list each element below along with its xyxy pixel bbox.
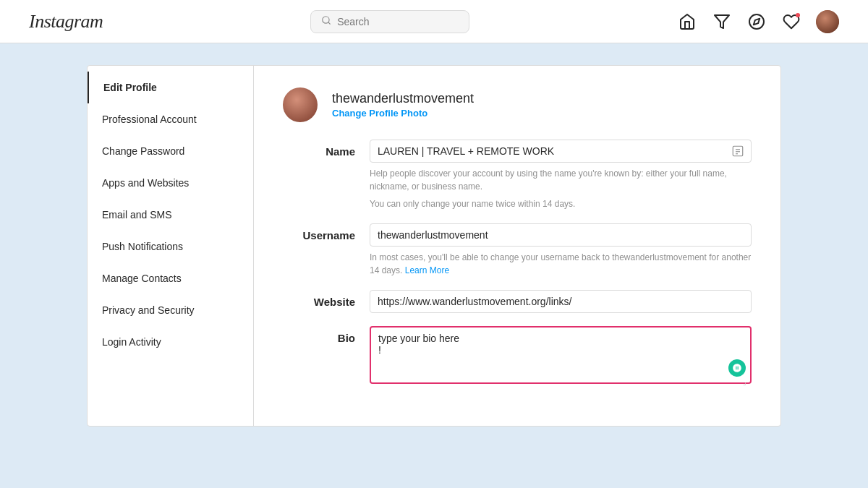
svg-marker-4 [754,18,760,24]
sidebar-item-push-notifications[interactable]: Push Notifications [88,231,253,262]
username-row: Username In most cases, you'll be able t… [283,223,752,277]
svg-point-3 [749,14,764,29]
bio-field-wrap: ⌟ [370,326,752,387]
threads-icon[interactable] [712,12,732,32]
name-hint-2: You can only change your name twice with… [370,197,752,210]
activity-icon[interactable] [781,12,801,32]
sidebar-item-apps-websites[interactable]: Apps and Websites [88,167,253,199]
edit-profile-content: thewanderlustmovement Change Profile Pho… [254,66,780,426]
search-bar[interactable] [310,10,469,33]
bio-textarea[interactable] [370,326,752,384]
username-label: Username [283,223,355,241]
username-input[interactable] [370,223,752,247]
svg-marker-2 [715,15,729,28]
website-label: Website [283,290,355,308]
sidebar-item-manage-contacts[interactable]: Manage Contacts [88,262,253,294]
grammarly-icon [728,359,746,377]
home-icon[interactable] [677,12,697,32]
instagram-logo: Instagram [29,11,103,33]
bio-wrap: ⌟ [370,326,752,387]
explore-icon[interactable] [746,12,767,32]
learn-more-link[interactable]: Learn More [405,265,449,275]
sidebar-item-email-sms[interactable]: Email and SMS [88,199,253,231]
sidebar-item-privacy-security[interactable]: Privacy and Security [88,294,253,326]
sidebar-item-professional-account[interactable]: Professional Account [88,103,253,135]
main-content: Edit Profile Professional Account Change… [0,43,868,488]
settings-sidebar: Edit Profile Professional Account Change… [88,66,254,426]
settings-container: Edit Profile Professional Account Change… [87,65,781,427]
search-input[interactable] [337,16,459,27]
website-field-wrap [370,290,752,313]
textarea-resize-handle: ⌟ [743,378,750,385]
svg-rect-5 [733,146,743,156]
bio-label: Bio [283,326,355,344]
sidebar-item-edit-profile[interactable]: Edit Profile [88,72,253,103]
profile-avatar[interactable] [283,87,318,122]
svg-line-1 [328,22,331,24]
bio-row: Bio ⌟ [283,326,752,387]
nav-icons [677,10,839,33]
profile-username: thewanderlustmovement [332,91,474,106]
navbar: Instagram [0,0,868,43]
name-row: Name Help people disco [283,140,752,210]
username-hint: In most cases, you'll be able to change … [370,251,752,277]
sidebar-item-change-password[interactable]: Change Password [88,135,253,167]
website-input[interactable] [370,290,752,313]
profile-info: thewanderlustmovement Change Profile Pho… [332,91,474,119]
name-label: Name [283,140,355,158]
name-input-wrap [370,140,752,163]
profile-header: thewanderlustmovement Change Profile Pho… [283,87,752,122]
username-field-wrap: In most cases, you'll be able to change … [370,223,752,277]
website-row: Website [283,290,752,313]
user-avatar[interactable] [816,10,839,33]
sidebar-item-login-activity[interactable]: Login Activity [88,326,253,358]
change-photo-link[interactable]: Change Profile Photo [332,108,474,119]
name-input-icon [731,145,744,158]
name-input[interactable] [370,140,752,163]
name-hint-1: Help people discover your account by usi… [370,167,752,193]
name-field-wrap: Help people discover your account by usi… [370,140,752,210]
search-icon [321,15,331,28]
